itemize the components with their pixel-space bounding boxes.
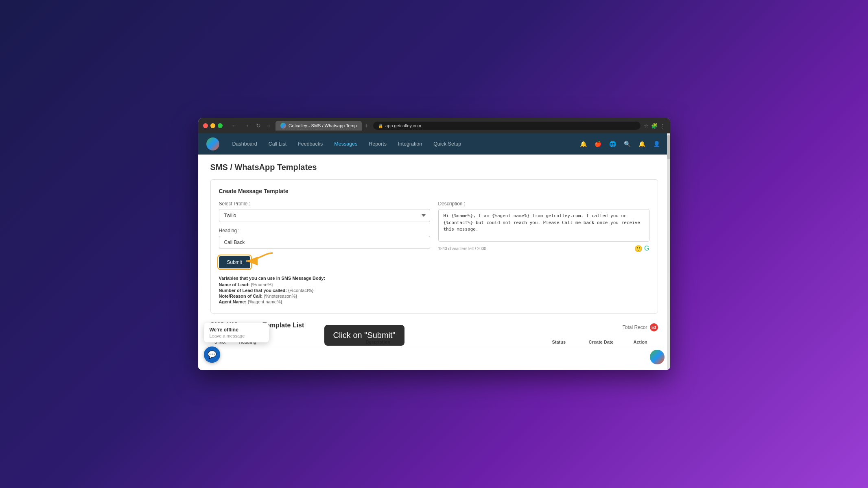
submit-button[interactable]: Submit <box>219 256 250 268</box>
heading-input[interactable] <box>219 236 430 249</box>
chat-bubble-button[interactable]: 💬 <box>204 346 220 363</box>
chat-widget: We're offline Leave a message 💬 <box>204 346 220 363</box>
star-icon[interactable]: ☆ <box>644 123 649 129</box>
nav-item-feedbacks[interactable]: Feedbacks <box>293 139 328 149</box>
brand-logo-bottom-right <box>650 350 665 364</box>
th-action: Action <box>630 340 658 344</box>
textarea-footer: 1843 characters left / 2000 🙂 G <box>438 245 649 253</box>
chat-icon: 💬 <box>208 350 216 359</box>
chat-popup: We're offline Leave a message <box>204 323 269 342</box>
chat-cta: Leave a message <box>210 333 263 338</box>
grammarly-icon[interactable]: G <box>644 245 649 253</box>
select-profile-group: Select Profile : Twilio Vonage <box>219 201 430 222</box>
table-header: S NO. Heading Description Status Create … <box>210 336 658 348</box>
home-button[interactable]: ○ <box>266 122 272 130</box>
page-title: SMS / WhatsApp Templates <box>210 163 658 172</box>
menu-icon[interactable]: ⋮ <box>660 123 665 129</box>
browser-chrome: ← → ↻ ○ Getcalley - SMS / Whatsapp Temp … <box>198 118 670 133</box>
total-records-label: Total Recor <box>623 325 647 330</box>
active-tab[interactable]: Getcalley - SMS / Whatsapp Temp <box>275 121 362 131</box>
minimize-button[interactable] <box>210 123 215 128</box>
heading-group: Heading : <box>219 228 430 249</box>
variable-note: Note/Reason of Call: {%notereason%} <box>219 294 430 298</box>
tab-favicon <box>280 123 286 129</box>
back-button[interactable]: ← <box>230 122 239 130</box>
heading-label: Heading : <box>219 228 430 233</box>
description-textarea[interactable]: Hi {%name%}, I am {%agent name%} from ge… <box>438 209 649 242</box>
main-content: SMS / WhatsApp Templates Create Message … <box>198 155 670 370</box>
list-section-header: SMS / Whatsapp Template List Total Recor… <box>210 322 658 333</box>
total-records: Total Recor 53 <box>623 323 658 331</box>
textarea-icons: 🙂 G <box>634 245 649 253</box>
th-description: Description <box>362 340 548 344</box>
tab-title: Getcalley - SMS / Whatsapp Temp <box>289 123 357 128</box>
create-template-card: Create Message Template Select Profile :… <box>210 179 658 314</box>
forward-button[interactable]: → <box>242 122 251 130</box>
search-icon[interactable]: 🔍 <box>622 139 633 149</box>
nav-icon-group: 🔔 🍎 🌐 🔍 🔔 👤 <box>578 139 662 149</box>
top-navigation: Dashboard Call List Feedbacks Messages R… <box>198 133 670 155</box>
globe-icon[interactable]: 🌐 <box>608 139 618 149</box>
nav-item-quicksetup[interactable]: Quick Setup <box>429 139 466 149</box>
new-tab-button[interactable]: + <box>363 122 370 130</box>
lock-icon: 🔒 <box>378 124 383 128</box>
char-count: 1843 characters left / 2000 <box>438 246 486 251</box>
scrollbar[interactable] <box>667 133 670 370</box>
browser-actions: ☆ 🧩 ⋮ <box>644 123 665 129</box>
maximize-button[interactable] <box>218 123 223 128</box>
form-left-col: Select Profile : Twilio Vonage Heading : <box>219 201 430 305</box>
description-group: Description : Hi {%name%}, I am {%agent … <box>438 201 649 253</box>
alert-icon[interactable]: 🔔 <box>637 139 647 149</box>
description-label: Description : <box>438 201 649 207</box>
variables-title: Variables that you can use in SMS Messag… <box>219 276 430 281</box>
chat-status: We're offline <box>210 327 263 333</box>
nav-item-reports[interactable]: Reports <box>364 139 391 149</box>
variables-section: Variables that you can use in SMS Messag… <box>219 276 430 304</box>
nav-menu: Dashboard Call List Feedbacks Messages R… <box>227 139 578 149</box>
url-text: app.getcalley.com <box>385 123 421 128</box>
form-row: Select Profile : Twilio Vonage Heading : <box>219 201 649 305</box>
total-count-badge: 53 <box>650 323 658 331</box>
apple-icon[interactable]: 🍎 <box>593 139 603 149</box>
app-content: Dashboard Call List Feedbacks Messages R… <box>198 133 670 370</box>
tab-bar: Getcalley - SMS / Whatsapp Temp + <box>275 121 370 131</box>
th-status: Status <box>548 340 585 344</box>
form-card-title: Create Message Template <box>219 188 649 194</box>
select-profile-label: Select Profile : <box>219 201 430 207</box>
nav-item-messages[interactable]: Messages <box>329 139 362 149</box>
refresh-button[interactable]: ↻ <box>254 122 262 130</box>
select-profile-dropdown[interactable]: Twilio Vonage <box>219 209 430 222</box>
user-icon[interactable]: 👤 <box>652 139 662 149</box>
emoji-icon[interactable]: 🙂 <box>634 245 643 253</box>
address-bar[interactable]: 🔒 app.getcalley.com <box>373 122 640 130</box>
th-createdate: Create Date <box>585 340 630 344</box>
brand-logo[interactable] <box>206 137 219 150</box>
close-button[interactable] <box>203 123 208 128</box>
browser-navigation: ← → ↻ ○ <box>230 122 272 130</box>
form-right-col: Description : Hi {%name%}, I am {%agent … <box>438 201 649 305</box>
notification-icon[interactable]: 🔔 <box>578 139 589 149</box>
nav-item-calllist[interactable]: Call List <box>264 139 291 149</box>
variable-contact: Number of Lead that you called: {%contac… <box>219 288 430 293</box>
nav-item-integration[interactable]: Integration <box>393 139 427 149</box>
traffic-lights <box>203 123 223 128</box>
variable-name: Name of Lead: {%name%} <box>219 282 430 287</box>
variable-agent: Agent Name: {%agent name%} <box>219 299 430 304</box>
scroll-thumb[interactable] <box>667 135 670 159</box>
extensions-icon[interactable]: 🧩 <box>651 123 658 129</box>
nav-item-dashboard[interactable]: Dashboard <box>227 139 262 149</box>
